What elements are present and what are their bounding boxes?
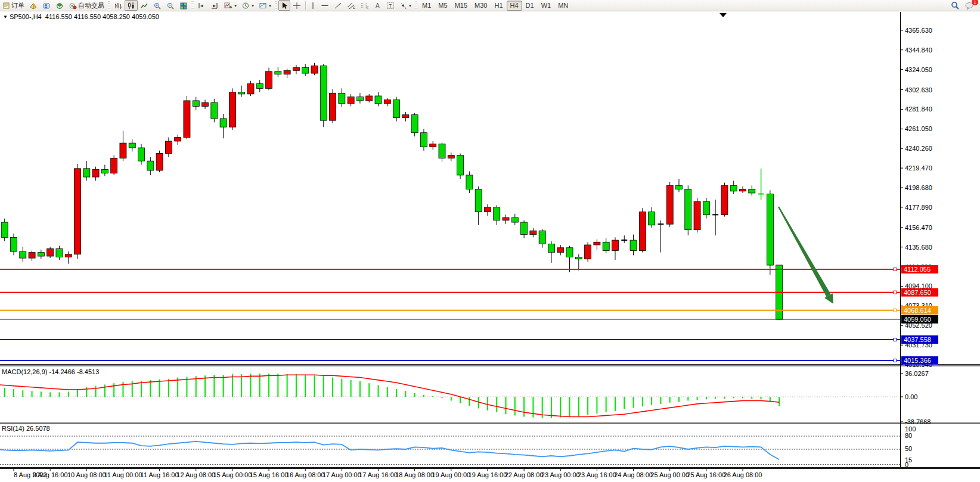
- timeframe-m1[interactable]: M1: [418, 1, 435, 11]
- zoom-out-icon: [166, 2, 175, 10]
- price-label-chip-text: 4037.558: [904, 336, 931, 343]
- fibonacci-button[interactable]: F: [358, 0, 372, 11]
- candle-bullish: [247, 83, 254, 94]
- candle-bullish: [65, 254, 72, 257]
- equidistant-channel-icon: E: [347, 2, 356, 10]
- timeframe-m5[interactable]: M5: [435, 1, 451, 11]
- bar-chart-button[interactable]: [111, 0, 125, 11]
- price-tick-label: 4135.680: [905, 244, 932, 251]
- zoom-out-button[interactable]: [164, 0, 177, 11]
- vertical-line-button[interactable]: [308, 0, 318, 11]
- time-axis-label: 23 Aug 16:00: [578, 471, 616, 478]
- macd-scale-label: 0.00: [905, 393, 917, 400]
- market-watch-button[interactable]: [27, 0, 40, 11]
- navigator-button[interactable]: [53, 0, 66, 11]
- candle-bearish: [238, 92, 245, 94]
- rsi-level-label: 80: [905, 432, 912, 439]
- new-order-button[interactable]: 订单: [0, 0, 27, 11]
- macd-signal-line: [0, 375, 779, 416]
- toolbar-grip: [415, 1, 417, 10]
- candle-bearish: [375, 96, 382, 104]
- cursor-button[interactable]: [278, 0, 290, 11]
- toolbar-grip: [108, 1, 110, 10]
- chart-shift-button[interactable]: [195, 0, 208, 11]
- candle-bullish: [530, 231, 536, 234]
- price-tick-label: 4156.470: [905, 224, 932, 231]
- candle-bullish: [594, 242, 600, 245]
- time-axis-label: 16 Aug 08:00: [286, 471, 325, 478]
- trend-arrow-annotation[interactable]: [778, 206, 831, 297]
- price-label-chip-text: 4059.050: [904, 316, 931, 323]
- line-handle[interactable]: [894, 359, 897, 362]
- candle-bullish: [430, 144, 436, 147]
- chart-shift-marker-icon[interactable]: [720, 13, 727, 17]
- price-label-chip-text: 4015.366: [904, 357, 931, 364]
- chart-shift-icon: [197, 2, 206, 10]
- data-window-icon: [42, 2, 51, 10]
- chart-area[interactable]: 4365.6304344.8404324.0504302.6304281.840…: [0, 11, 980, 482]
- trendline-button[interactable]: [331, 0, 345, 11]
- candle-bearish: [566, 248, 573, 257]
- indicators-caret: ▾: [234, 3, 237, 8]
- candle-bullish: [612, 240, 618, 250]
- candle-bullish: [402, 115, 409, 118]
- zoom-in-button[interactable]: [151, 0, 164, 11]
- line-handle[interactable]: [894, 338, 897, 341]
- text-button[interactable]: A: [372, 0, 384, 11]
- candle-bearish: [494, 207, 500, 220]
- toolbar: 订单 自动交易: [0, 0, 980, 11]
- search-button[interactable]: [948, 0, 962, 11]
- price-label-chip-text: 4112.055: [904, 266, 931, 273]
- horizontal-line-button[interactable]: [318, 0, 331, 11]
- candle-bullish: [740, 189, 746, 191]
- time-axis-label: 26 Aug 08:00: [724, 471, 762, 478]
- bar-chart-icon: [114, 2, 122, 10]
- macd-label-line: MACD(12,26,9) -14.2466 -8.4513: [2, 368, 99, 375]
- timeframe-h4[interactable]: H4: [507, 1, 522, 11]
- timeframe-w1[interactable]: W1: [538, 1, 555, 11]
- arrows-icon: [399, 2, 407, 10]
- period-clock-icon: [241, 2, 250, 10]
- data-window-button[interactable]: [40, 0, 53, 11]
- price-tick-label: 4365.630: [905, 27, 932, 34]
- candle-bullish: [666, 185, 673, 224]
- candle-bearish: [420, 133, 427, 147]
- timeframe-m30[interactable]: M30: [471, 1, 491, 11]
- chart-canvas[interactable]: 4365.6304344.8404324.0504302.6304281.840…: [0, 11, 980, 482]
- candle-bearish: [83, 169, 90, 177]
- timeframe-h1[interactable]: H1: [491, 1, 506, 11]
- equidistant-channel-button[interactable]: E: [345, 0, 358, 11]
- candle-bearish: [475, 189, 482, 212]
- timeframe-d1[interactable]: D1: [522, 1, 538, 11]
- text-label-button[interactable]: T: [384, 0, 397, 11]
- notifications-button[interactable]: 1: [962, 0, 976, 11]
- auto-scroll-button[interactable]: [208, 0, 221, 11]
- template-caret: ▾: [269, 3, 271, 8]
- candle-bearish: [630, 240, 637, 250]
- candle-bullish: [29, 253, 35, 258]
- line-handle[interactable]: [894, 291, 897, 294]
- arrows-button[interactable]: ▾: [397, 0, 414, 11]
- candle-bullish: [484, 207, 491, 212]
- candle-bullish: [694, 201, 700, 229]
- period-button[interactable]: ▾: [239, 0, 256, 11]
- tile-windows-button[interactable]: [177, 0, 190, 11]
- line-handle[interactable]: [894, 309, 897, 312]
- line-handle[interactable]: [894, 268, 897, 271]
- candlestick-chart-button[interactable]: [125, 0, 138, 11]
- price-label-chip-text: 4087.650: [904, 289, 931, 296]
- time-axis-label: 19 Aug 16:00: [469, 471, 507, 478]
- candle-bearish: [411, 115, 418, 133]
- period-caret: ▾: [252, 3, 254, 8]
- template-button[interactable]: ▾: [256, 0, 274, 11]
- line-chart-icon: [140, 2, 148, 10]
- autotrade-button[interactable]: 自动交易: [66, 0, 107, 11]
- timeframe-mn[interactable]: MN: [554, 1, 572, 11]
- svg-text:A: A: [376, 2, 380, 9]
- crosshair-button[interactable]: [290, 0, 303, 11]
- indicators-button[interactable]: ▾: [221, 0, 239, 11]
- line-chart-button[interactable]: [138, 0, 151, 11]
- timeframe-m15[interactable]: M15: [451, 1, 471, 11]
- candle-bearish: [356, 97, 363, 101]
- fibonacci-icon: F: [361, 2, 370, 10]
